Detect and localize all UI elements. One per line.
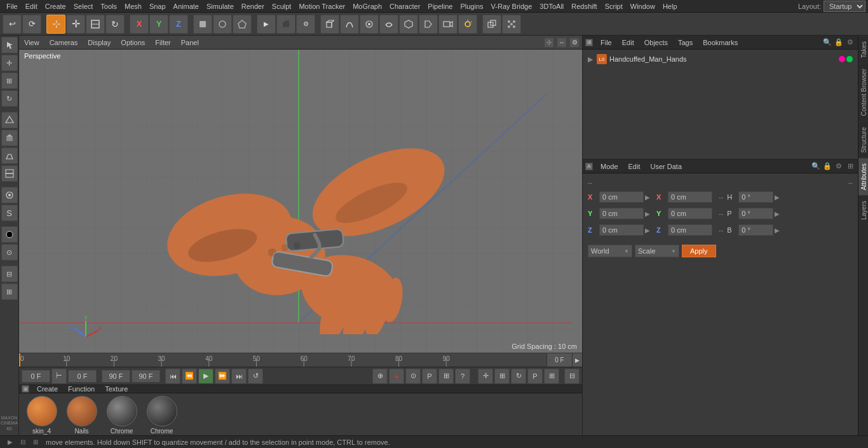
cameras-menu[interactable]: Cameras: [47, 39, 81, 46]
obj-objects-menu[interactable]: Objects: [642, 39, 670, 46]
status-window-icon[interactable]: ⊞: [31, 437, 41, 447]
move-tool-pb[interactable]: ✛: [478, 369, 493, 384]
attr-lock-icon[interactable]: 🔒: [822, 161, 832, 172]
obj-settings-icon[interactable]: ⚙: [845, 37, 855, 48]
obj-tags-menu[interactable]: Tags: [675, 39, 695, 46]
options-menu[interactable]: Options: [118, 39, 147, 46]
status-play-icon[interactable]: ▶: [5, 437, 15, 447]
field-button[interactable]: [399, 15, 418, 34]
mat-create-menu[interactable]: Create: [34, 385, 60, 393]
viewport-settings[interactable]: ⚙: [569, 37, 580, 48]
help-button[interactable]: ?: [455, 369, 470, 384]
render-settings-button[interactable]: ⚙: [296, 15, 315, 34]
display-menu[interactable]: Display: [85, 39, 113, 46]
paint-tool[interactable]: [1, 187, 18, 203]
snap-tool[interactable]: ⊙: [1, 244, 18, 261]
viewport-maximize[interactable]: ⊹: [544, 37, 554, 48]
viewport-arrow[interactable]: ↔: [557, 37, 567, 48]
menu-pipeline[interactable]: Pipeline: [424, 0, 456, 13]
end-frame-arrow[interactable]: ▶: [572, 353, 582, 367]
rotate-tool-left[interactable]: ↻: [1, 90, 18, 107]
deformer-button[interactable]: [379, 15, 398, 34]
cursor-tool[interactable]: [1, 37, 18, 53]
attr-z-arrow[interactable]: ▶: [645, 227, 650, 234]
timeline-ruler[interactable]: 0 10 20 30 40 50 60 70: [19, 353, 546, 367]
record-button[interactable]: ●: [389, 369, 404, 384]
move-tool-left[interactable]: ✛: [1, 55, 18, 71]
obj-search-icon[interactable]: 🔍: [822, 37, 832, 48]
info-tool[interactable]: ⊞: [1, 283, 18, 300]
render-region-button[interactable]: ⬛: [276, 15, 295, 34]
attr-settings-icon[interactable]: ⚙: [834, 161, 844, 172]
attr-x-arrow[interactable]: ▶: [645, 194, 650, 201]
light-button[interactable]: [458, 15, 477, 34]
menu-help[interactable]: Help: [659, 0, 681, 13]
material-swatch-skin4[interactable]: [27, 396, 57, 426]
start-frame-field[interactable]: 0 F: [22, 370, 50, 383]
rtab-content-browser[interactable]: Content Browser: [858, 63, 868, 121]
status-stop-icon[interactable]: ⊟: [18, 437, 28, 447]
view-menu[interactable]: View: [22, 39, 42, 46]
attr-p-arrow[interactable]: ▶: [775, 210, 780, 217]
rtab-layers[interactable]: Layers: [858, 195, 868, 225]
timeline-area[interactable]: 0 10 20 30 40 50 60 70: [19, 353, 582, 367]
render-view-button[interactable]: ▶: [257, 15, 276, 34]
attr-x-val2[interactable]: 0 cm: [668, 191, 712, 203]
rtab-structure[interactable]: Structure: [858, 121, 868, 158]
menu-tools[interactable]: Tools: [97, 0, 121, 13]
attr-h-arrow[interactable]: ▶: [775, 194, 780, 201]
preview-button[interactable]: P: [422, 369, 437, 384]
scale-tool-left[interactable]: ⊞: [1, 72, 18, 89]
redo-button[interactable]: ⟳: [22, 15, 41, 34]
y-axis-button[interactable]: Y: [149, 15, 168, 34]
cube-button[interactable]: [320, 15, 339, 34]
attr-z-val2[interactable]: 0 cm: [668, 224, 712, 236]
array-button[interactable]: [502, 15, 521, 34]
menu-create[interactable]: Create: [41, 0, 70, 13]
attr-search-icon[interactable]: 🔍: [811, 161, 821, 172]
rotate-tool-button[interactable]: ↻: [105, 15, 125, 34]
panel-menu[interactable]: Panel: [179, 39, 201, 46]
motion-clip-button[interactable]: ⊞: [438, 369, 454, 384]
step-forward-button[interactable]: ⏩: [215, 369, 230, 384]
material-item-chrome2[interactable]: Chrome: [144, 396, 179, 435]
scale-tool-button[interactable]: [86, 15, 105, 34]
boole-button[interactable]: [482, 15, 501, 34]
material-swatch-chrome2[interactable]: [147, 396, 177, 426]
menu-file[interactable]: File: [3, 0, 22, 13]
scale-tool-pb[interactable]: ⊞: [494, 369, 510, 384]
attr-edit-menu[interactable]: Edit: [626, 163, 643, 170]
viewport-canvas[interactable]: Perspective: [19, 50, 582, 353]
rtab-takes[interactable]: Takes: [858, 36, 868, 63]
obj-dot-green[interactable]: [846, 56, 853, 62]
obj-edit-menu[interactable]: Edit: [620, 39, 637, 46]
play-button[interactable]: ▶: [198, 369, 214, 384]
attr-y-arrow[interactable]: ▶: [645, 210, 650, 217]
attr-b-arrow[interactable]: ▶: [775, 227, 780, 234]
menu-select[interactable]: Select: [70, 0, 97, 13]
scale-dropdown[interactable]: Scale ▼: [635, 245, 679, 257]
menu-script[interactable]: Script: [601, 0, 627, 13]
material-item-skin4[interactable]: skin_4: [24, 396, 59, 435]
auto-key-button[interactable]: ⊙: [405, 369, 421, 384]
end-frame-field2[interactable]: 90 F: [132, 370, 160, 383]
menu-sculpt[interactable]: Sculpt: [268, 0, 295, 13]
menu-vray[interactable]: V-Ray Bridge: [487, 0, 536, 13]
mat-function-menu[interactable]: Function: [65, 385, 97, 393]
extrude-tool[interactable]: [1, 130, 18, 146]
obj-dot-magenta[interactable]: [839, 56, 845, 62]
menu-simulate[interactable]: Simulate: [203, 0, 238, 13]
menu-mograph[interactable]: MoGraph: [349, 0, 386, 13]
spline-button[interactable]: [340, 15, 359, 34]
prev-frame-start-button[interactable]: ⊢: [51, 369, 67, 384]
grid-mode-button[interactable]: ⊞: [544, 369, 559, 384]
end-frame-field[interactable]: 90 F: [102, 370, 130, 383]
goto-end-button[interactable]: ⏭: [231, 369, 247, 384]
mat-texture-menu[interactable]: Texture: [102, 385, 130, 393]
undo-button[interactable]: ↩: [3, 15, 22, 34]
attr-y-val1[interactable]: 0 cm: [599, 208, 644, 219]
tag-button[interactable]: [419, 15, 438, 34]
menu-redshift[interactable]: Redshift: [567, 0, 600, 13]
step-back-button[interactable]: ⏪: [182, 369, 197, 384]
keyframe-all-button[interactable]: ⊕: [372, 369, 388, 384]
